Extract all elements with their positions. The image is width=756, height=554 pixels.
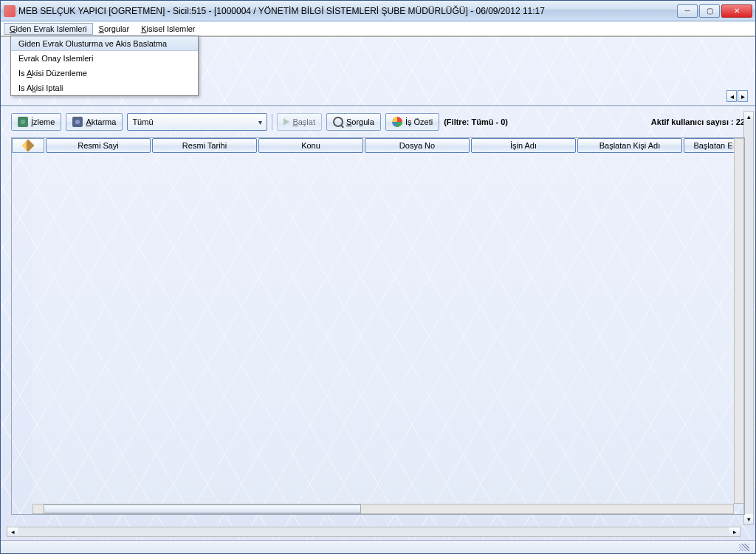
tab-prev-button[interactable]: ◂ — [726, 90, 737, 102]
statusbar — [1, 540, 755, 553]
app-window: MEB SELÇUK YAPICI [OGRETMEN] - Sicil:515… — [0, 0, 756, 554]
menu-item-olusturma[interactable]: Giden Evrak Olusturma ve Akis Baslatma — [11, 36, 198, 51]
menu-item-duzenleme[interactable]: Is Akisi Düzenleme — [11, 66, 198, 81]
toolbar: İzleme Aktarma Tümü ▾ Başlat Sorgula İş — [11, 111, 745, 133]
scroll-right-icon[interactable]: ▸ — [729, 527, 740, 536]
menu-item-onay[interactable]: Evrak Onay Islemleri — [11, 51, 198, 66]
play-icon — [284, 118, 289, 126]
titlebar[interactable]: MEB SELÇUK YAPICI [OGRETMEN] - Sicil:515… — [1, 1, 755, 21]
chart-icon — [392, 117, 402, 127]
sorgula-button[interactable]: Sorgula — [326, 113, 381, 131]
menu-sorgular[interactable]: Sorgular — [93, 23, 136, 35]
col-konu[interactable]: Konu — [258, 138, 363, 153]
aktarma-icon — [72, 117, 83, 127]
izleme-button[interactable]: İzleme — [11, 113, 61, 131]
menu-item-iptal[interactable]: Is Akisi Iptali — [11, 81, 198, 95]
tab-next-button[interactable]: ▸ — [738, 90, 748, 102]
isozeti-label: İş Özeti — [405, 117, 433, 126]
grid-corner[interactable] — [12, 138, 44, 153]
menubar: Giden Evrak Islemleri Sorgular Kisisel I… — [1, 21, 755, 36]
separator — [1, 105, 755, 106]
baslat-button[interactable]: Başlat — [277, 113, 322, 131]
scrollbar-thumb[interactable] — [44, 505, 361, 513]
col-resmi-tarihi[interactable]: Resmi Tarihi — [152, 138, 257, 153]
combo-value: Tümü — [132, 117, 153, 126]
izleme-icon — [18, 117, 28, 127]
scrollbar-track[interactable] — [18, 527, 729, 536]
scroll-left-icon[interactable]: ◂ — [7, 527, 18, 536]
java-icon — [4, 5, 16, 17]
scroll-up-icon[interactable]: ▴ — [744, 112, 753, 122]
data-grid: Resmi Sayi Resmi Tarihi Konu Dosya No İş… — [11, 137, 745, 515]
toolbar-separator — [272, 114, 272, 130]
filter-combo[interactable]: Tümü ▾ — [127, 113, 267, 131]
window-title: MEB SELÇUK YAPICI [OGRETMEN] - Sicil:515… — [18, 6, 677, 16]
grid-body — [12, 154, 734, 504]
filter-status: (Filtre: Tümü - 0) — [444, 117, 508, 126]
menu-giden-evrak[interactable]: Giden Evrak Islemleri — [4, 23, 93, 35]
outer-horizontal-scrollbar[interactable]: ◂ ▸ — [7, 527, 740, 537]
outer-vertical-scrollbar[interactable]: ▴ ▾ — [743, 111, 754, 525]
scroll-down-icon[interactable]: ▾ — [744, 514, 753, 524]
menu-kisisel[interactable]: Kisisel Islemler — [135, 23, 201, 35]
grid-headers: Resmi Sayi Resmi Tarihi Konu Dosya No İş… — [46, 138, 744, 153]
grid-horizontal-scrollbar[interactable] — [32, 504, 734, 514]
maximize-button[interactable]: ▢ — [699, 4, 720, 18]
resize-grip-icon[interactable] — [739, 544, 749, 551]
chevron-down-icon: ▾ — [258, 118, 262, 126]
minimize-button[interactable]: ─ — [677, 4, 698, 18]
search-icon — [333, 117, 343, 127]
content-area: ◂ ▸ İzleme Aktarma Tümü ▾ Başlat — [1, 36, 755, 540]
col-resmi-sayi[interactable]: Resmi Sayi — [46, 138, 151, 153]
tab-nav-arrows: ◂ ▸ — [726, 90, 748, 102]
active-users-label: Aktif kullanıcı sayısı : 22 — [651, 117, 745, 126]
aktarma-button[interactable]: Aktarma — [66, 113, 123, 131]
window-controls: ─ ▢ ✕ — [677, 4, 752, 18]
close-button[interactable]: ✕ — [721, 4, 752, 18]
isozeti-button[interactable]: İş Özeti — [385, 113, 439, 131]
dropdown-menu: Giden Evrak Olusturma ve Akis Baslatma E… — [10, 35, 199, 96]
col-isin-adi[interactable]: İşin Adı — [471, 138, 576, 153]
pencil-icon — [22, 140, 35, 152]
grid-viewport[interactable] — [32, 154, 734, 504]
col-dosya-no[interactable]: Dosya No — [365, 138, 470, 153]
col-baslatan-kisi[interactable]: Başlatan Kişi Adı — [577, 138, 682, 153]
grid-vertical-scrollbar[interactable] — [734, 138, 744, 504]
